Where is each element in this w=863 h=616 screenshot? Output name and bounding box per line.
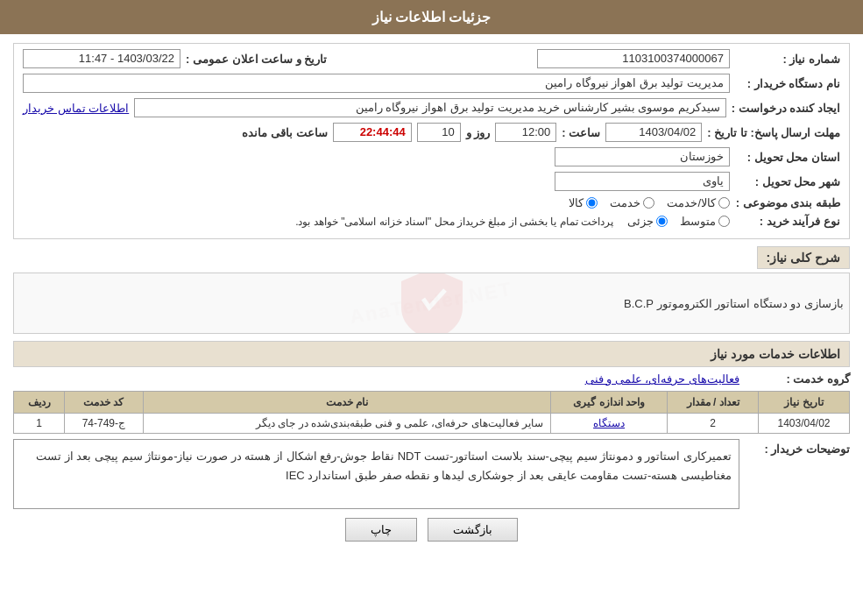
- radio-jozvi-label: جزئی: [627, 215, 654, 228]
- col-code: کد خدمت: [65, 392, 144, 414]
- radio-kala-label: کالا: [569, 196, 584, 209]
- sharh-koli-area: AnaTender.NET بازسازی دو دستگاه استاتور …: [13, 273, 850, 334]
- sharh-koli-header-row: شرح کلی نیاز:: [13, 246, 850, 269]
- shomara-row: شماره نیاز : 1103100374000067 تاریخ و سا…: [23, 49, 840, 68]
- mohlet-baqi-label: ساعت باقی مانده: [242, 126, 327, 139]
- nooe-radio-group: متوسط جزئی: [627, 215, 730, 228]
- nooe-farayand-label: نوع فرآیند خرید :: [735, 215, 840, 228]
- cell-radif: 1: [14, 414, 65, 434]
- mohlet-row: مهلت ارسال پاسخ: تا تاریخ : 1403/04/02 س…: [23, 123, 840, 142]
- service-table: تاریخ نیاز تعداد / مقدار واحد اندازه گیر…: [13, 391, 850, 434]
- radio-kala-khedmat-label: کالا/خدمت: [667, 196, 716, 209]
- radio-khedmat-label: خدمت: [610, 196, 640, 209]
- radio-jozvi[interactable]: جزئی: [627, 215, 668, 228]
- mohlet-saat: 12:00: [495, 123, 556, 142]
- tarikh-value: 1403/03/22 - 11:47: [23, 49, 180, 68]
- bazgasht-button[interactable]: بازگشت: [428, 518, 518, 542]
- cell-code: ج-749-74: [65, 414, 144, 434]
- ijad-label: ایجاد کننده درخواست :: [732, 102, 840, 115]
- col-name: نام خدمت: [143, 392, 550, 414]
- gorohe-khedmat-row: گروه خدمت : فعالیت‌های حرفه‌ای، علمی و ف…: [13, 372, 850, 386]
- radio-motavasset-label: متوسط: [680, 215, 716, 228]
- col-radif: ردیف: [14, 392, 65, 414]
- nooe-farayand-row: نوع فرآیند خرید : متوسط جزئی پرداخت تمام…: [23, 215, 840, 228]
- radio-jozvi-input[interactable]: [656, 216, 668, 227]
- shahr-label: شهر محل تحویل :: [735, 175, 840, 188]
- ostan-label: استان محل تحویل :: [735, 151, 840, 164]
- tabaqe-row: طبقه بندی موضوعی : کالا/خدمت خدمت کالا: [23, 196, 840, 209]
- ijad-row: ایجاد کننده درخواست : سیدکریم موسوی بشیر…: [23, 98, 840, 117]
- tawziat-row: توضیحات خریدار : تعمیرکاری استاتور و دمو…: [13, 439, 850, 509]
- mohlet-rooz-value: 10: [417, 123, 461, 142]
- shahr-row: شهر محل تحویل : یاوی: [23, 172, 840, 191]
- radio-khedmat-input[interactable]: [643, 197, 654, 209]
- col-vahed: واحد اندازه گیری: [551, 392, 668, 414]
- radio-motavasset-input[interactable]: [718, 216, 730, 227]
- basic-info-section: شماره نیاز : 1103100374000067 تاریخ و سا…: [13, 43, 850, 239]
- tarikh-label: تاریخ و ساعت اعلان عمومی :: [186, 53, 327, 66]
- page-header: جزئیات اطلاعات نیاز: [0, 0, 863, 34]
- shomara-value: 1103100374000067: [537, 49, 730, 68]
- mohlet-baqi-value: 22:44:44: [333, 123, 412, 142]
- service-info-title: اطلاعات خدمات مورد نیاز: [13, 341, 850, 367]
- buttons-row: بازگشت چاپ: [13, 518, 850, 542]
- ostan-value: خوزستان: [555, 147, 730, 166]
- cell-vahed[interactable]: دستگاه: [551, 414, 668, 434]
- mohlet-rooz-label: روز و: [466, 126, 491, 139]
- ostan-row: استان محل تحویل : خوزستان: [23, 147, 840, 166]
- table-header-row: تاریخ نیاز تعداد / مقدار واحد اندازه گیر…: [14, 392, 850, 414]
- tawziat-value: تعمیرکاری استاتور و دمونتاژ سیم پیچی-سند…: [13, 439, 739, 509]
- radio-motavasset[interactable]: متوسط: [680, 215, 730, 228]
- table-row: 1403/04/02 2 دستگاه سایر فعالیت‌های حرفه…: [14, 414, 850, 434]
- radio-kala-input[interactable]: [586, 197, 598, 209]
- ettelaat-tamas-link[interactable]: اطلاعات تماس خریدار: [23, 102, 129, 115]
- col-tarikh: تاریخ نیاز: [759, 392, 850, 414]
- shahr-value: یاوی: [555, 172, 730, 191]
- cell-tarikh: 1403/04/02: [759, 414, 850, 434]
- tabaqe-radio-group: کالا/خدمت خدمت کالا: [569, 196, 730, 209]
- chap-button[interactable]: چاپ: [345, 518, 417, 542]
- nooe-desc: پرداخت تمام یا بخشی از مبلغ خریداز محل "…: [295, 216, 613, 228]
- radio-kala[interactable]: کالا: [569, 196, 598, 209]
- radio-kala-khedmat-input[interactable]: [718, 197, 730, 209]
- content-area: شماره نیاز : 1103100374000067 تاریخ و سا…: [0, 34, 863, 559]
- gorohe-khedmat-label: گروه خدمت :: [745, 372, 850, 386]
- cell-name: سایر فعالیت‌های حرفه‌ای، علمی و فنی طبقه…: [143, 414, 550, 434]
- ijad-value: سیدکریم موسوی بشیر کارشناس خرید مدیریت ت…: [134, 98, 726, 117]
- page-title: جزئیات اطلاعات نیاز: [372, 10, 492, 25]
- gorohe-khedmat-value[interactable]: فعالیت‌های حرفه‌ای، علمی و فنی: [585, 372, 739, 386]
- tabaqe-label: طبقه بندی موضوعی :: [735, 196, 840, 209]
- nam-dastgah-label: نام دستگاه خریدار :: [735, 77, 840, 90]
- shomara-label: شماره نیاز :: [735, 53, 840, 66]
- cell-tedad: 2: [668, 414, 759, 434]
- sharh-koli-label: شرح کلی نیاز:: [757, 246, 850, 269]
- mohlet-date: 1403/04/02: [605, 123, 702, 142]
- radio-khedmat[interactable]: خدمت: [610, 196, 654, 209]
- mohlet-saat-label: ساعت :: [562, 126, 600, 139]
- nam-dastgah-value: مدیریت تولید برق اهواز نیروگاه رامین: [23, 74, 730, 93]
- radio-kala-khedmat[interactable]: کالا/خدمت: [667, 196, 730, 209]
- page-wrapper: جزئیات اطلاعات نیاز شماره نیاز : 1103100…: [0, 0, 863, 616]
- tawziat-label: توضیحات خریدار :: [745, 439, 850, 456]
- mohlet-label: مهلت ارسال پاسخ: تا تاریخ :: [707, 126, 840, 139]
- nam-dastgah-row: نام دستگاه خریدار : مدیریت تولید برق اهو…: [23, 74, 840, 93]
- col-tedad: تعداد / مقدار: [668, 392, 759, 414]
